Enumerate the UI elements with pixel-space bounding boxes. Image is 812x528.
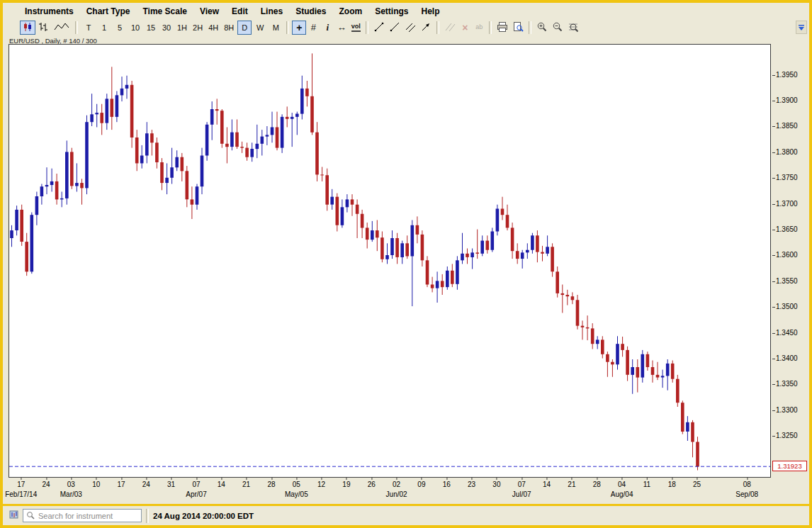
zoom-in-button[interactable] bbox=[534, 21, 550, 35]
price-axis-label: 1.3300 bbox=[776, 406, 798, 414]
chart-plot-area[interactable] bbox=[9, 44, 771, 478]
ray-line-button[interactable] bbox=[387, 21, 402, 35]
time-axis-label: 25 bbox=[693, 481, 701, 488]
time-axis-label: 26 bbox=[368, 481, 376, 488]
timeframe-1h-button[interactable]: 1H bbox=[175, 21, 189, 35]
time-axis-label: 07 bbox=[192, 481, 200, 488]
menu-lines[interactable]: Lines bbox=[254, 5, 289, 18]
delete-icon: × bbox=[462, 23, 468, 33]
timeframe-4h-button[interactable]: 4H bbox=[206, 21, 220, 35]
menu-studies[interactable]: Studies bbox=[289, 5, 332, 18]
labels-button[interactable]: ab bbox=[472, 21, 486, 35]
zoom-in-icon bbox=[536, 21, 548, 34]
timeframe-15m-button[interactable]: 15 bbox=[144, 21, 158, 35]
menu-edit[interactable]: Edit bbox=[225, 5, 254, 18]
toolbar-separator bbox=[286, 21, 289, 34]
time-axis-label: 10 bbox=[92, 481, 100, 488]
ray-line-icon bbox=[389, 21, 400, 34]
search-input[interactable] bbox=[37, 511, 133, 521]
time-axis-month-label: Aug/04 bbox=[611, 490, 633, 498]
time-axis-label: 05 bbox=[293, 481, 300, 488]
line-chart-button[interactable] bbox=[51, 21, 72, 35]
horizontal-scale-button[interactable]: ↔ bbox=[334, 21, 349, 35]
timeframe-tick-button[interactable]: T bbox=[81, 21, 96, 35]
info-button[interactable]: i bbox=[320, 21, 334, 35]
menu-chart-type[interactable]: Chart Type bbox=[80, 5, 137, 18]
toolbar: T 1 5 10 15 30 1H 2H 4H 8H D W M + # i ↔… bbox=[3, 18, 809, 36]
candlestick-chart-button[interactable] bbox=[20, 21, 35, 35]
price-axis-label: 1.3450 bbox=[776, 329, 798, 337]
time-axis-label: 02 bbox=[393, 481, 400, 488]
timeframe-8h-button[interactable]: 8H bbox=[222, 21, 236, 35]
time-axis: 1724031017243107142128051219260209162330… bbox=[9, 476, 774, 500]
instrument-list-button[interactable] bbox=[9, 510, 20, 522]
timeframe-daily-button[interactable]: D bbox=[237, 21, 252, 35]
price-axis-label: 1.3850 bbox=[776, 122, 798, 130]
price-axis-label: 1.3950 bbox=[776, 71, 798, 79]
zoom-range-button[interactable] bbox=[565, 21, 581, 35]
ohlc-bars-icon bbox=[38, 21, 49, 34]
price-axis-label: 1.3400 bbox=[776, 354, 798, 362]
print-preview-button[interactable] bbox=[510, 21, 526, 35]
angle-lines-button[interactable] bbox=[442, 21, 458, 35]
labels-icon: ab bbox=[475, 24, 483, 30]
zoom-out-button[interactable] bbox=[550, 21, 565, 35]
grid-button[interactable]: # bbox=[306, 21, 320, 35]
price-axis-label: 1.3700 bbox=[776, 200, 798, 208]
price-axis-label: 1.3600 bbox=[776, 251, 798, 259]
instrument-search bbox=[23, 509, 142, 522]
angle-lines-icon bbox=[444, 21, 456, 34]
timeframe-weekly-button[interactable]: W bbox=[253, 21, 267, 35]
toolbar-separator bbox=[75, 21, 78, 34]
timeframe-2h-button[interactable]: 2H bbox=[191, 21, 205, 35]
time-axis-label: 04 bbox=[618, 481, 626, 488]
timeframe-10m-button[interactable]: 10 bbox=[128, 21, 142, 35]
time-axis-month-label: Jun/02 bbox=[386, 490, 407, 498]
menu-instruments[interactable]: Instruments bbox=[18, 5, 80, 18]
horizontal-arrows-icon: ↔ bbox=[337, 23, 346, 32]
menu-help[interactable]: Help bbox=[415, 5, 446, 18]
time-axis-label: 28 bbox=[593, 481, 601, 488]
time-axis-label: 24 bbox=[42, 481, 50, 488]
price-axis: 1.39501.39001.38501.38001.37501.37001.36… bbox=[772, 3, 808, 499]
time-axis-month-label: May/05 bbox=[285, 490, 308, 498]
timeframe-30m-button[interactable]: 30 bbox=[159, 21, 174, 35]
printer-icon bbox=[497, 21, 508, 34]
print-button[interactable] bbox=[495, 21, 510, 35]
time-axis-label: 14 bbox=[218, 481, 225, 488]
time-axis-month-label: Feb/17/14 bbox=[5, 490, 37, 498]
ohlc-bars-button[interactable] bbox=[35, 21, 51, 35]
print-preview-icon bbox=[512, 21, 524, 34]
price-axis-label: 1.3900 bbox=[776, 96, 798, 104]
time-axis-label: 17 bbox=[117, 481, 125, 488]
timeframe-5m-button[interactable]: 5 bbox=[113, 21, 127, 35]
trend-line-icon bbox=[373, 21, 385, 34]
time-axis-label: 23 bbox=[468, 481, 475, 488]
timeframe-1m-button[interactable]: 1 bbox=[97, 21, 111, 35]
trend-line-button[interactable] bbox=[371, 21, 387, 35]
arrow-line-button[interactable] bbox=[418, 21, 434, 35]
time-axis-label: 21 bbox=[242, 481, 250, 488]
volume-button[interactable]: vol bbox=[349, 21, 363, 35]
toolbar-separator bbox=[366, 21, 368, 34]
price-axis-label: 1.3800 bbox=[776, 148, 798, 156]
delete-drawings-button[interactable]: × bbox=[458, 21, 472, 35]
grid-icon: # bbox=[311, 23, 316, 32]
candlestick-icon bbox=[22, 21, 33, 34]
menu-view[interactable]: View bbox=[193, 5, 225, 18]
last-price-badge: 1.31923 bbox=[772, 461, 807, 471]
menu-time-scale[interactable]: Time Scale bbox=[136, 5, 193, 18]
time-axis-label: 31 bbox=[167, 481, 175, 488]
toolbar-separator bbox=[436, 21, 439, 34]
crosshair-button[interactable]: + bbox=[292, 21, 306, 35]
volume-icon: vol bbox=[351, 23, 361, 32]
menu-zoom[interactable]: Zoom bbox=[332, 5, 368, 18]
timeframe-monthly-button[interactable]: M bbox=[269, 21, 283, 35]
time-axis-month-label: Apr/07 bbox=[186, 490, 206, 498]
parallel-channel-button[interactable] bbox=[402, 21, 418, 35]
zoom-out-icon bbox=[552, 21, 563, 34]
menu-settings[interactable]: Settings bbox=[368, 5, 415, 18]
menu-bar: Instruments Chart Type Time Scale View E… bbox=[3, 4, 809, 18]
time-axis-label: 11 bbox=[643, 481, 650, 488]
status-bar: 24 Aug 2014 20:00:00 EDT bbox=[3, 504, 809, 525]
